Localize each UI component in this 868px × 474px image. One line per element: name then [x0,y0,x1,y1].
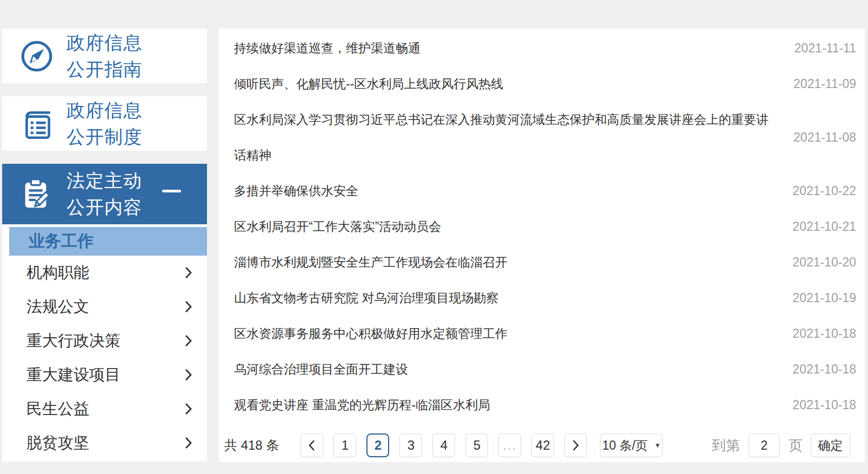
goto-page-group: 到第 页 确定 [712,433,850,457]
news-title-link[interactable]: 山东省文物考古研究院 对乌河治理项目现场勘察 [234,280,498,316]
sidebar-item-gov-info-system[interactable]: 政府信息 公开制度 [2,96,207,151]
news-list-item: 观看党史讲座 重温党的光辉历程-临淄区水利局2021-10-18 [234,387,856,423]
page-number-button[interactable]: 3 [399,433,422,457]
news-title-link[interactable]: 区水利局深入学习贯彻习近平总书记在深入推动黄河流域生态保护和高质量发展讲座会上的… [234,102,772,173]
card-label-line2: 公开制度 [66,126,142,147]
caret-down-icon: ▼ [655,442,661,449]
page-number-button[interactable]: 5 [465,433,488,457]
page-number-button[interactable]: 42 [531,433,554,457]
news-date: 2021-10-19 [792,291,856,305]
news-list-item: 乌河综合治理项目全面开工建设2021-10-18 [234,351,856,387]
news-list-item: 区水资源事务服务中心积极做好用水定额管理工作2021-10-18 [234,316,856,351]
menu-item-label: 重大建设项目 [26,364,121,386]
sidebar-card-label: 政府信息 公开制度 [66,97,142,150]
compass-icon [19,38,55,74]
news-title-link[interactable]: 倾听民声、化解民忧--区水利局上线政风行风热线 [234,66,503,102]
menu-item-label: 民生公益 [26,398,89,420]
news-list-item: 淄博市水利规划暨安全生产工作现场会在临淄召开2021-10-20 [234,244,856,280]
menu-item-label: 脱贫攻坚 [26,432,89,454]
page-number-button[interactable]: 4 [432,433,455,457]
chevron-right-icon [185,403,192,415]
sidebar-item-statutory-disclosure[interactable]: 法定主动 公开内容 [2,164,207,224]
news-list-item: 倾听民声、化解民忧--区水利局上线政风行风热线2021-11-09 [234,66,856,102]
sidebar: 政府信息 公开指南 政府信息 公开制度 [2,29,207,462]
news-title-link[interactable]: 观看党史讲座 重温党的光辉历程-临淄区水利局 [234,387,490,423]
news-date: 2021-10-22 [792,184,856,198]
goto-prefix-label: 到第 [712,436,740,455]
news-list-item: 区水利局召开“工作大落实”活动动员会2021-10-21 [234,209,856,244]
page-number-button[interactable]: 2 [366,433,389,457]
menu-item-label: 机构职能 [26,262,89,284]
news-list-item: 山东省文物考古研究院 对乌河治理项目现场勘察2021-10-19 [234,280,856,316]
next-page-button[interactable] [564,433,587,457]
page-ellipsis-button[interactable]: ... [498,433,521,457]
menu-item-label: 重大行政决策 [26,330,121,352]
news-list-item: 多措并举确保供水安全2021-10-22 [234,173,856,209]
page-size-select[interactable]: 10 条/页 ▼ [600,433,663,457]
collapse-minus-icon [162,190,181,192]
sidebar-menu-item[interactable]: 民生公益 [2,392,207,426]
news-date: 2021-11-09 [793,77,856,91]
chevron-right-icon [185,437,192,449]
sidebar-menu-item[interactable]: 机构职能 [2,256,207,290]
main-content: 持续做好渠道巡查，维护渠道畅通2021-11-11倾听民声、化解民忧--区水利局… [219,29,865,462]
sidebar-menu-item[interactable]: 脱贫攻坚 [2,426,207,460]
news-title-link[interactable]: 乌河综合治理项目全面开工建设 [234,351,408,387]
news-date: 2021-11-11 [794,41,856,56]
sidebar-menu-item[interactable]: 重大行政决策 [2,324,207,358]
chevron-right-icon [185,369,192,381]
pagination-bar: 共 418 条 12345...42 10 条/页 ▼ 到第 页 确定 [234,433,856,457]
news-date: 2021-10-18 [792,326,856,341]
news-date: 2021-10-20 [792,255,856,270]
chevron-left-icon [308,439,316,452]
sidebar-card-label: 法定主动 公开内容 [66,168,142,221]
total-count: 共 418 条 [224,437,279,454]
card-label-line1: 政府信息 [66,100,142,121]
chevron-right-icon [185,266,192,279]
page-buttons: 12345...42 [333,433,564,457]
news-title-link[interactable]: 持续做好渠道巡查，维护渠道畅通 [234,30,420,66]
news-date: 2021-11-08 [793,130,856,145]
sidebar-item-business-work[interactable]: 业务工作 [9,227,207,256]
book-icon [19,106,55,142]
confirm-button[interactable]: 确定 [811,433,850,457]
card-label-line2: 公开指南 [66,59,142,79]
chevron-right-icon [185,335,192,347]
page-number-button[interactable]: 1 [333,433,356,457]
news-title-link[interactable]: 区水利局召开“工作大落实”活动动员会 [234,209,441,244]
sidebar-menu: 业务工作 机构职能法规公文重大行政决策重大建设项目民生公益脱贫攻坚 [2,224,207,462]
menu-item-label: 法规公文 [26,296,89,318]
card-label-line1: 政府信息 [66,32,142,53]
card-label-line1: 法定主动 [66,170,142,191]
news-title-link[interactable]: 淄博市水利规划暨安全生产工作现场会在临淄召开 [234,244,508,280]
news-date: 2021-10-18 [792,362,856,377]
news-date: 2021-10-21 [792,219,856,234]
goto-page-input[interactable] [749,433,780,457]
clipboard-pencil-icon [19,176,55,212]
sidebar-menu-item[interactable]: 法规公文 [2,290,207,324]
page-size-label: 10 条/页 [602,437,647,454]
news-date: 2021-10-18 [792,398,856,412]
news-title-link[interactable]: 多措并举确保供水安全 [234,173,358,209]
chevron-right-icon [185,301,192,313]
news-list: 持续做好渠道巡查，维护渠道畅通2021-11-11倾听民声、化解民忧--区水利局… [234,30,856,423]
sidebar-card-label: 政府信息 公开指南 [66,30,142,83]
news-list-item: 区水利局深入学习贯彻习近平总书记在深入推动黄河流域生态保护和高质量发展讲座会上的… [234,102,856,173]
card-label-line2: 公开内容 [66,197,142,217]
news-list-item: 持续做好渠道巡查，维护渠道畅通2021-11-11 [234,30,856,66]
goto-suffix-label: 页 [789,436,803,455]
sidebar-menu-item[interactable]: 重大建设项目 [2,358,207,392]
news-title-link[interactable]: 区水资源事务服务中心积极做好用水定额管理工作 [234,316,508,351]
chevron-right-icon [571,439,580,452]
prev-page-button[interactable] [301,433,323,457]
sidebar-item-gov-info-guide[interactable]: 政府信息 公开指南 [2,29,207,83]
